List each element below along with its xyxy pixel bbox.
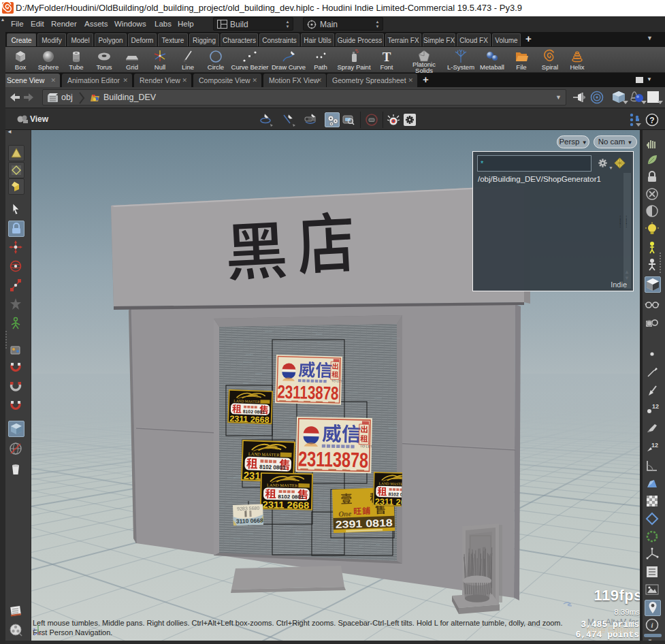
svg-text:i: i <box>651 621 653 629</box>
svg-text:One: One <box>338 509 351 518</box>
svg-text:2311 2668: 2311 2668 <box>262 499 309 511</box>
svg-text:LAND MASTER: LAND MASTER <box>267 483 298 488</box>
svg-text:LAND MASTER: LAND MASTER <box>379 481 406 486</box>
svg-text:3110 0668: 3110 0668 <box>236 517 263 524</box>
svg-text:23113878: 23113878 <box>277 382 339 404</box>
svg-text:8102 0801: 8102 0801 <box>243 409 265 415</box>
svg-text:9283 5680: 9283 5680 <box>237 506 259 511</box>
svg-text:12: 12 <box>651 442 658 449</box>
svg-text:2391 0818: 2391 0818 <box>335 517 393 530</box>
svg-text:z: z <box>33 626 35 632</box>
svg-text:T: T <box>383 50 391 63</box>
svg-text:12: 12 <box>652 403 659 410</box>
svg-text:2311 2668: 2311 2668 <box>229 414 269 425</box>
svg-text:23113878: 23113878 <box>298 447 369 472</box>
svg-text:?: ? <box>649 116 654 125</box>
